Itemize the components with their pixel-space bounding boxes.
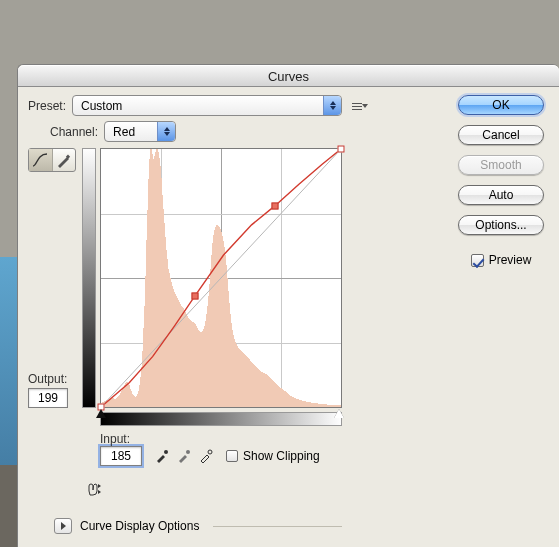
- black-point-slider-icon[interactable]: [96, 409, 106, 418]
- input-block: Input: 185: [100, 432, 142, 466]
- disclosure-label: Curve Display Options: [80, 519, 199, 533]
- show-clipping-row[interactable]: Show Clipping: [226, 449, 320, 463]
- show-clipping-label: Show Clipping: [243, 449, 320, 463]
- chevron-right-icon: [61, 522, 66, 530]
- svg-point-2: [186, 450, 190, 454]
- black-eyedropper-icon[interactable]: [154, 448, 170, 464]
- preset-value: Custom: [81, 99, 122, 113]
- dialog-title: Curves: [18, 65, 559, 87]
- ok-button[interactable]: OK: [458, 95, 544, 115]
- left-column: Preset: Custom Channel: Red: [28, 95, 439, 547]
- curve-control-point[interactable]: [338, 146, 345, 153]
- combo-arrows-icon: [157, 122, 175, 141]
- channel-select[interactable]: Red: [104, 121, 176, 142]
- preset-label: Preset:: [28, 99, 66, 113]
- below-graph-row: Input: 185 Show Clipping: [100, 432, 400, 466]
- input-gradient: [100, 412, 342, 426]
- auto-button[interactable]: Auto: [458, 185, 544, 205]
- point-curve-tool[interactable]: [29, 149, 53, 171]
- preview-label: Preview: [489, 253, 532, 267]
- preset-menu-icon[interactable]: [352, 100, 368, 112]
- input-label: Input:: [100, 432, 142, 446]
- disclosure-toggle[interactable]: [54, 518, 72, 534]
- curve-svg: [101, 149, 341, 407]
- curves-dialog: Curves OK Cancel Smooth Auto Options... …: [17, 64, 559, 547]
- smooth-button: Smooth: [458, 155, 544, 175]
- preset-row: Preset: Custom: [28, 95, 439, 116]
- graph-wrap: Input: 185 Show Clipping: [82, 148, 342, 408]
- input-field[interactable]: 185: [100, 446, 142, 466]
- right-button-column: OK Cancel Smooth Auto Options... Preview: [453, 95, 549, 267]
- combo-arrows-icon: [323, 96, 341, 115]
- channel-value: Red: [113, 125, 135, 139]
- options-button[interactable]: Options...: [458, 215, 544, 235]
- tool-column: Output: 199: [28, 148, 76, 408]
- curve-tool-pair: [28, 148, 76, 172]
- preset-select[interactable]: Custom: [72, 95, 342, 116]
- curve-control-point[interactable]: [192, 292, 199, 299]
- svg-point-1: [164, 450, 168, 454]
- preview-row[interactable]: Preview: [453, 253, 549, 267]
- output-field[interactable]: 199: [28, 388, 68, 408]
- svg-point-3: [208, 450, 212, 454]
- show-clipping-checkbox[interactable]: [226, 450, 238, 462]
- preview-checkbox[interactable]: [471, 254, 484, 267]
- curve-graph[interactable]: [100, 148, 342, 408]
- output-label: Output:: [28, 372, 76, 386]
- disclosure-row: Curve Display Options: [54, 518, 342, 534]
- channel-label: Channel:: [50, 125, 98, 139]
- on-image-adjust-tool[interactable]: [82, 480, 108, 500]
- white-point-slider-icon[interactable]: [334, 409, 344, 418]
- cancel-button[interactable]: Cancel: [458, 125, 544, 145]
- output-gradient: [82, 148, 96, 408]
- output-block: Output: 199: [28, 372, 76, 408]
- white-eyedropper-icon[interactable]: [198, 448, 214, 464]
- divider: [213, 526, 342, 527]
- pencil-curve-tool[interactable]: [53, 149, 76, 171]
- dialog-body: OK Cancel Smooth Auto Options... Preview…: [28, 95, 549, 547]
- gray-eyedropper-icon[interactable]: [176, 448, 192, 464]
- eyedropper-group: [154, 448, 214, 464]
- curve-control-point[interactable]: [272, 202, 279, 209]
- channel-row: Channel: Red: [50, 121, 439, 142]
- graph-zone: Output: 199: [28, 148, 439, 408]
